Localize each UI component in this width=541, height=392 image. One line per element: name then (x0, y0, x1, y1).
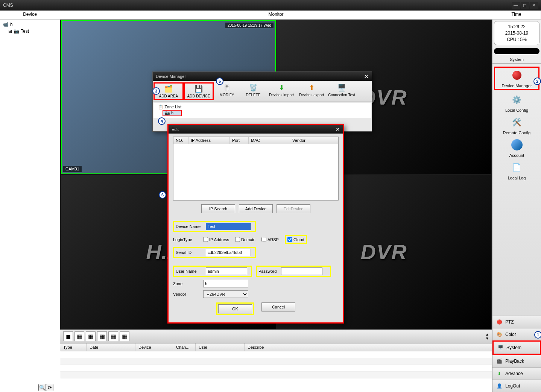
col-type[interactable]: Type (60, 343, 87, 351)
camera-label: CAM01 (63, 166, 82, 172)
import-button[interactable]: ⬇ Devices import (266, 82, 296, 100)
tab-monitor[interactable]: Monitor (60, 11, 492, 19)
col-ip[interactable]: IP Address (188, 137, 230, 144)
tab-time[interactable]: Time (492, 11, 541, 19)
title-bar: CMS — ◻ ✕ (0, 0, 541, 11)
log-panel: Type Date Device Chan... User Describe (60, 343, 492, 392)
serial-id-input[interactable] (206, 249, 251, 256)
annotation-3: 3 (152, 87, 160, 95)
export-button[interactable]: ⬆ Devices export (296, 82, 327, 100)
close-button[interactable]: ✕ (530, 2, 538, 9)
tab-playback[interactable]: 🎬PlayBack (492, 355, 541, 367)
edit-dialog: Edit ✕ NO. IP Address Port MAC Vendor IP… (167, 124, 344, 324)
tab-system[interactable]: 🖥️System (492, 340, 541, 355)
remote-icon: 🛠️ (510, 115, 524, 129)
col-device[interactable]: Device (135, 343, 173, 351)
zone-input[interactable] (203, 280, 248, 287)
zone-list-root[interactable]: 📋 Zone List (157, 104, 368, 110)
annotation-4: 4 (158, 117, 166, 125)
device-manager-button[interactable]: Device Manager (494, 67, 539, 90)
device-tree-panel: 📹 h ⊞ 📷 Test (0, 20, 60, 392)
export-label: Devices export (299, 93, 324, 97)
tree-child[interactable]: ⊞ 📷 Test (7, 28, 58, 35)
device-manager-dialog: Device Manager ✕ 🗂️ ADD AREA 💾 ADD DEVIC… (152, 71, 372, 132)
account-button[interactable]: Account (494, 138, 539, 158)
cloud-checkbox[interactable] (287, 237, 292, 242)
add-device-label: ADD DEVICE (187, 94, 210, 98)
local-config-label: Local Config (505, 108, 528, 112)
local-log-button[interactable]: 📄 Local Log (494, 161, 539, 180)
add-device-button[interactable]: 💾 ADD DEVICE (184, 82, 214, 100)
add-device-icon: 💾 (193, 84, 205, 93)
col-port[interactable]: Port (230, 137, 249, 144)
layout-4[interactable]: ▦ (74, 331, 84, 341)
monitor-icon: 🖥️ (336, 83, 348, 92)
people-icon (510, 138, 524, 152)
tab-ptz[interactable]: 🔴PTZ (492, 316, 541, 328)
refresh-button[interactable]: ⟳ (46, 384, 53, 391)
edit-device-button: EditDevice (277, 204, 310, 213)
zone-item-selected[interactable]: 📷 h (163, 110, 182, 116)
minimize-button[interactable]: — (512, 2, 520, 9)
layout-1[interactable]: ◼ (63, 331, 73, 341)
expand-icon[interactable]: ⊞ (8, 29, 12, 34)
tree-root[interactable]: 📹 h (2, 21, 58, 28)
col-channel[interactable]: Chan... (173, 343, 196, 351)
search-input[interactable] (1, 384, 38, 391)
col-describe[interactable]: Describe (245, 343, 492, 351)
ok-button[interactable]: OK (218, 304, 252, 313)
domain-checkbox-label[interactable]: Domain (235, 237, 255, 242)
layout-9[interactable]: ▦ (108, 331, 118, 341)
scroll-down-button[interactable]: ▼ (485, 336, 489, 340)
serial-id-label: Serial ID (176, 250, 206, 255)
modify-button[interactable]: 🖱️ MODIFY (214, 82, 240, 100)
ip-search-button[interactable]: IP Search (201, 204, 235, 213)
tab-color[interactable]: 🎨Color (492, 328, 541, 340)
dm-close-button[interactable]: ✕ (364, 73, 369, 80)
cloud-checkbox-label[interactable]: Cloud (287, 237, 304, 242)
col-user[interactable]: User (196, 343, 245, 351)
log-header: Type Date Device Chan... User Describe (60, 343, 492, 351)
col-vendor[interactable]: Vendor (290, 137, 338, 144)
ip-checkbox[interactable] (203, 237, 208, 242)
tab-logout[interactable]: 👤LogOut (492, 380, 541, 392)
tab-advance[interactable]: ⬇Advance (492, 367, 541, 380)
username-input[interactable] (206, 267, 247, 275)
domain-checkbox[interactable] (235, 237, 240, 242)
tab-device[interactable]: Device (0, 11, 60, 19)
col-no[interactable]: NO. (173, 137, 188, 144)
layout-8[interactable]: ▦ (97, 331, 107, 341)
layout-6[interactable]: ▦ (86, 331, 96, 341)
vendor-select[interactable]: H264DVR (203, 290, 248, 298)
arsp-checkbox[interactable] (261, 237, 266, 242)
device-name-input[interactable] (206, 223, 251, 230)
log-row (60, 378, 492, 385)
ip-checkbox-label[interactable]: IP Address (203, 237, 229, 242)
dvr-placeholder: DVR (360, 240, 407, 264)
add-device-inner-button[interactable]: Add Device (239, 204, 273, 213)
trash-icon: 🗑️ (247, 83, 259, 92)
cancel-button[interactable]: Cancel (261, 302, 295, 311)
local-config-button[interactable]: ⚙️ Local Config (494, 93, 539, 112)
connection-test-button[interactable]: 🖥️ Connection Test (327, 82, 357, 100)
layout-16[interactable]: ▦ (120, 331, 129, 341)
clock-box: 15:29:22 2015-08-19 CPU : 5% (494, 21, 539, 45)
delete-button[interactable]: 🗑️ DELETE (240, 82, 266, 100)
advance-label: Advance (505, 371, 523, 376)
remote-config-button[interactable]: 🛠️ Remote Config (494, 115, 539, 135)
vendor-label: Vendor (173, 292, 203, 296)
col-date[interactable]: Date (87, 343, 135, 351)
search-button[interactable]: 🔍 (38, 384, 46, 391)
color-icon: 🎨 (495, 331, 503, 338)
col-mac[interactable]: MAC (249, 137, 290, 144)
password-input[interactable] (281, 267, 322, 275)
edit-close-button[interactable]: ✕ (336, 126, 340, 132)
scroll-up-button[interactable]: ▲ (485, 332, 489, 336)
maximize-button[interactable]: ◻ (521, 2, 529, 9)
log-row (60, 351, 492, 358)
login-type-label: LoginType (173, 237, 203, 242)
system-label: System (506, 345, 521, 350)
zone-label: Zone (173, 281, 203, 286)
arsp-checkbox-label[interactable]: ARSP (261, 237, 279, 242)
export-icon: ⬆ (305, 83, 318, 92)
